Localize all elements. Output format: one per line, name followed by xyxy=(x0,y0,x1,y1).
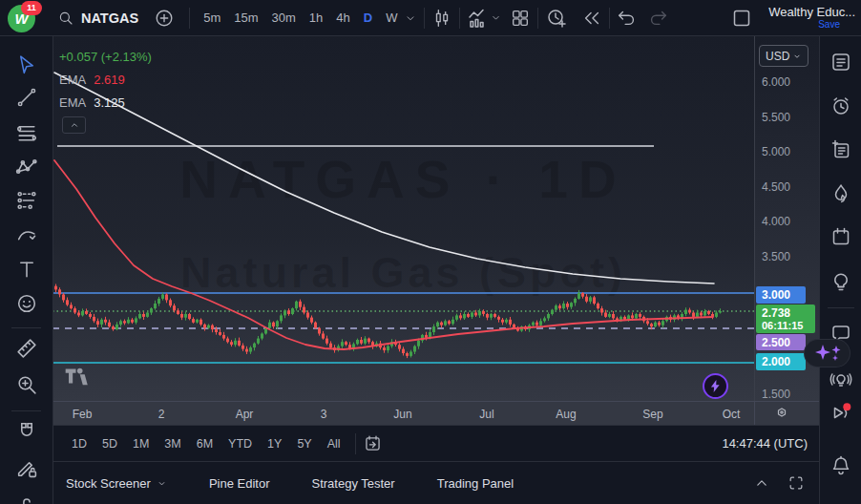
alarm-clock-icon[interactable] xyxy=(830,94,852,117)
tab-strategy-tester[interactable]: Strategy Tester xyxy=(311,476,394,491)
bottom-panel-tabs: Stock ScreenerPine EditorStrategy Tester… xyxy=(52,461,819,504)
magnet-icon[interactable] xyxy=(14,420,38,444)
emoji-icon[interactable] xyxy=(14,292,38,316)
price-tick-1.500: 1.500 xyxy=(762,388,790,401)
plus-circle-icon[interactable] xyxy=(154,8,175,29)
tab-pine-editor[interactable]: Pine Editor xyxy=(209,476,270,491)
draw-lock-icon[interactable] xyxy=(14,456,38,480)
ema-legend-2[interactable]: EMA3.125 xyxy=(59,92,152,115)
candles-style-icon[interactable] xyxy=(431,8,452,29)
time-tick-Apr: Apr xyxy=(236,408,254,421)
trend-line-icon[interactable] xyxy=(14,86,38,110)
timeframe-30m[interactable]: 30m xyxy=(265,0,303,36)
goto-date-icon[interactable] xyxy=(363,433,383,453)
notes-plus-icon[interactable] xyxy=(830,138,852,161)
ema-slow-line[interactable] xyxy=(54,73,714,284)
alert-plus-icon[interactable] xyxy=(545,7,568,30)
lightbulb-ideas-icon[interactable] xyxy=(830,270,852,293)
currency-dropdown[interactable]: USD xyxy=(759,45,808,67)
ai-assistant-button[interactable] xyxy=(805,340,850,367)
chart-pane[interactable]: NATGAS · 1D Natural Gas (Spot) +0.057 (+… xyxy=(52,36,754,401)
date-range-bar: 1D5D1M3M6MYTD1Y5YAll 14:47:44 (UTC) xyxy=(52,425,819,461)
tradingview-logo[interactable] xyxy=(64,367,93,389)
tab-stock-screener[interactable]: Stock Screener xyxy=(66,476,167,491)
price-tick-5.000: 5.000 xyxy=(762,145,790,158)
calendar-icon[interactable] xyxy=(830,225,852,248)
time-tick-Oct: Oct xyxy=(723,408,741,421)
flame-hotlist-icon[interactable] xyxy=(830,182,852,205)
forecast-icon[interactable] xyxy=(14,189,38,213)
server-clock[interactable]: 14:47:44 (UTC) xyxy=(722,436,808,451)
time-tick-Sep: Sep xyxy=(642,408,662,421)
time-axis[interactable]: Feb2Apr3JunJulAugSepOct xyxy=(52,401,819,426)
fib-lines-icon[interactable] xyxy=(14,121,38,145)
range-1M[interactable]: 1M xyxy=(125,437,157,451)
timeframe-W[interactable]: W xyxy=(379,0,404,36)
maximize-icon[interactable] xyxy=(787,473,806,493)
range-All[interactable]: All xyxy=(320,437,348,451)
boost-lightning-icon[interactable] xyxy=(703,373,728,399)
time-tick-2: 2 xyxy=(158,408,165,421)
price-line-badge-2.000[interactable]: 2.000 xyxy=(756,353,806,370)
price-tick-3.500: 3.500 xyxy=(762,250,790,263)
price-tick-6.000: 6.000 xyxy=(762,75,790,89)
range-1D[interactable]: 1D xyxy=(64,437,94,451)
left-drawing-toolbar xyxy=(0,36,53,504)
watchlist-icon[interactable] xyxy=(830,51,852,74)
legend-collapse-button[interactable] xyxy=(62,116,86,134)
notification-badge: 11 xyxy=(21,1,42,15)
timeframe-1h[interactable]: 1h xyxy=(303,0,329,36)
brush-icon[interactable] xyxy=(14,223,38,247)
streams-icon[interactable] xyxy=(830,401,852,424)
text-tool-icon[interactable] xyxy=(14,258,38,282)
live-ideas-icon[interactable] xyxy=(830,368,852,391)
save-button[interactable]: Save xyxy=(818,18,840,31)
range-5Y[interactable]: 5Y xyxy=(289,437,319,451)
axis-divider xyxy=(754,402,755,426)
currency-label: USD xyxy=(766,50,789,63)
redo-icon[interactable] xyxy=(647,8,668,29)
sidebar-divider xyxy=(828,307,854,308)
bell-notifications-icon[interactable] xyxy=(830,454,852,477)
range-3M[interactable]: 3M xyxy=(157,437,188,451)
chart-legend: +0.057 (+2.13%) EMA2.619 EMA3.125 xyxy=(59,46,152,115)
toolbar-divider xyxy=(11,327,41,328)
panel-expand-chevron-icon[interactable] xyxy=(752,473,771,493)
symbol-name: NATGAS xyxy=(81,10,138,26)
timeframe-4h[interactable]: 4h xyxy=(329,0,356,36)
axis-settings-gear-icon[interactable] xyxy=(772,403,791,422)
price-line-badge-2.500[interactable]: 2.500 xyxy=(756,334,806,350)
indicators-icon[interactable] xyxy=(467,7,490,30)
price-line-badge-3.000[interactable]: 3.000 xyxy=(756,286,806,304)
current-price-badge[interactable]: 2.73806:11:15 xyxy=(756,304,815,333)
range-YTD[interactable]: YTD xyxy=(220,437,260,451)
account-menu[interactable]: Wealthy Educ... Save xyxy=(768,6,855,31)
xabcd-pattern-icon[interactable] xyxy=(14,156,38,179)
layout-grid-icon[interactable] xyxy=(510,8,531,29)
account-name: Wealthy Educ... xyxy=(768,6,855,18)
app-logo[interactable]: W 11 xyxy=(8,3,38,33)
timeframe-15m[interactable]: 15m xyxy=(227,0,264,36)
timeframe-D[interactable]: D xyxy=(357,0,379,36)
undo-icon[interactable] xyxy=(617,8,638,29)
range-5D[interactable]: 5D xyxy=(94,437,125,451)
ema-legend-1[interactable]: EMA2.619 xyxy=(59,69,152,92)
replay-icon[interactable] xyxy=(581,8,602,29)
ema-fast-line[interactable] xyxy=(54,160,713,349)
tab-trading-panel[interactable]: Trading Panel xyxy=(437,476,514,491)
price-tick-4.000: 4.000 xyxy=(762,215,790,228)
candlestick-chart[interactable] xyxy=(52,36,754,401)
price-tick-5.500: 5.500 xyxy=(762,111,790,124)
cursor-icon[interactable] xyxy=(14,53,38,77)
screenshot-icon[interactable] xyxy=(730,7,753,30)
time-tick-3: 3 xyxy=(321,408,327,421)
lock-icon[interactable] xyxy=(14,490,38,504)
symbol-search-button[interactable]: NATGAS xyxy=(57,10,138,27)
chevron-down-icon[interactable] xyxy=(404,11,417,25)
ruler-icon[interactable] xyxy=(14,337,38,361)
zoom-in-icon[interactable] xyxy=(14,373,38,397)
timeframe-5m[interactable]: 5m xyxy=(197,0,227,36)
range-1Y[interactable]: 1Y xyxy=(260,437,289,451)
chevron-down-icon[interactable] xyxy=(490,11,502,24)
range-6M[interactable]: 6M xyxy=(189,437,220,451)
